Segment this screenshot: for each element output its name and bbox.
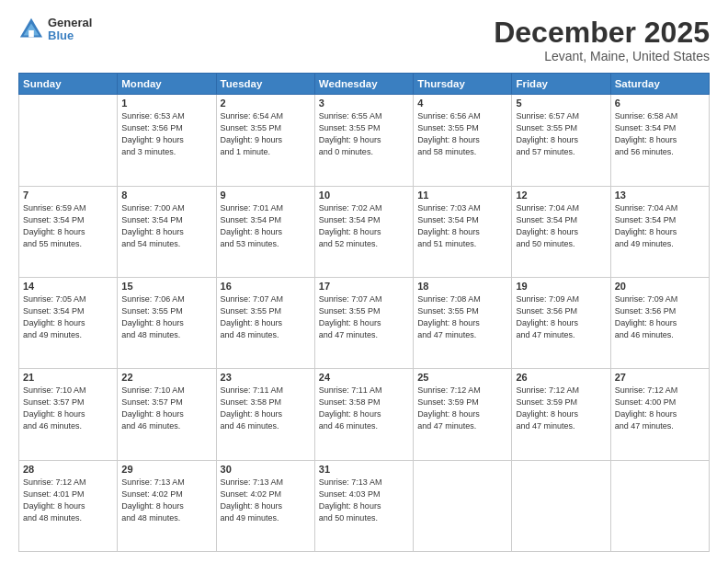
day-number: 22 (121, 372, 211, 383)
day-number: 4 (417, 98, 507, 109)
day-number: 10 (319, 190, 409, 201)
day-number: 19 (516, 281, 606, 292)
day-cell: 5Sunrise: 6:57 AMSunset: 3:55 PMDaylight… (512, 95, 610, 186)
day-info: Sunrise: 7:11 AMSunset: 3:58 PMDaylight:… (221, 385, 311, 432)
day-number: 15 (121, 281, 211, 292)
day-number: 5 (516, 98, 606, 109)
day-cell: 6Sunrise: 6:58 AMSunset: 3:54 PMDaylight… (610, 95, 709, 186)
header: General Blue December 2025 Levant, Maine… (18, 17, 710, 63)
day-info: Sunrise: 7:12 AMSunset: 3:59 PMDaylight:… (516, 385, 606, 432)
col-thursday: Thursday (414, 74, 512, 95)
day-info: Sunrise: 7:00 AMSunset: 3:54 PMDaylight:… (121, 202, 211, 250)
day-cell (19, 95, 118, 186)
day-info: Sunrise: 7:02 AMSunset: 3:54 PMDaylight:… (319, 202, 409, 250)
col-saturday: Saturday (610, 74, 709, 95)
day-cell: 29Sunrise: 7:13 AMSunset: 4:02 PMDayligh… (118, 460, 216, 551)
day-info: Sunrise: 7:13 AMSunset: 4:03 PMDaylight:… (319, 477, 409, 524)
day-number: 8 (121, 190, 211, 201)
day-info: Sunrise: 6:58 AMSunset: 3:54 PMDaylight:… (615, 110, 705, 158)
day-cell: 17Sunrise: 7:07 AMSunset: 3:55 PMDayligh… (314, 277, 413, 368)
day-number: 14 (23, 281, 113, 292)
day-cell: 11Sunrise: 7:03 AMSunset: 3:54 PMDayligh… (414, 186, 512, 277)
day-info: Sunrise: 6:54 AMSunset: 3:55 PMDaylight:… (221, 110, 311, 158)
day-cell: 31Sunrise: 7:13 AMSunset: 4:03 PMDayligh… (314, 460, 413, 551)
day-info: Sunrise: 6:53 AMSunset: 3:56 PMDaylight:… (121, 110, 211, 158)
day-info: Sunrise: 6:55 AMSunset: 3:55 PMDaylight:… (319, 110, 409, 158)
day-cell: 14Sunrise: 7:05 AMSunset: 3:54 PMDayligh… (19, 277, 118, 368)
page: General Blue December 2025 Levant, Maine… (0, 0, 728, 563)
day-number: 16 (221, 281, 311, 292)
week-row-4: 21Sunrise: 7:10 AMSunset: 3:57 PMDayligh… (19, 369, 710, 460)
day-number: 12 (516, 190, 606, 201)
day-info: Sunrise: 7:09 AMSunset: 3:56 PMDaylight:… (516, 293, 606, 341)
logo: General Blue (18, 17, 92, 43)
day-cell: 16Sunrise: 7:07 AMSunset: 3:55 PMDayligh… (216, 277, 314, 368)
day-cell: 12Sunrise: 7:04 AMSunset: 3:54 PMDayligh… (512, 186, 610, 277)
day-cell: 13Sunrise: 7:04 AMSunset: 3:54 PMDayligh… (610, 186, 709, 277)
day-number: 28 (23, 464, 113, 475)
day-number: 18 (417, 281, 507, 292)
day-info: Sunrise: 7:12 AMSunset: 4:00 PMDaylight:… (615, 385, 705, 432)
col-friday: Friday (512, 74, 610, 95)
day-info: Sunrise: 7:12 AMSunset: 3:59 PMDaylight:… (417, 385, 507, 432)
day-info: Sunrise: 7:10 AMSunset: 3:57 PMDaylight:… (121, 385, 211, 432)
day-number: 6 (615, 98, 705, 109)
day-cell: 22Sunrise: 7:10 AMSunset: 3:57 PMDayligh… (118, 369, 216, 460)
day-number: 24 (319, 372, 409, 383)
day-number: 2 (221, 98, 311, 109)
day-cell: 7Sunrise: 6:59 AMSunset: 3:54 PMDaylight… (19, 186, 118, 277)
day-info: Sunrise: 7:08 AMSunset: 3:55 PMDaylight:… (417, 293, 507, 341)
day-cell: 26Sunrise: 7:12 AMSunset: 3:59 PMDayligh… (512, 369, 610, 460)
day-number: 1 (121, 98, 211, 109)
week-row-3: 14Sunrise: 7:05 AMSunset: 3:54 PMDayligh… (19, 277, 710, 368)
header-row: Sunday Monday Tuesday Wednesday Thursday… (19, 74, 710, 95)
day-cell (414, 460, 512, 551)
title-area: December 2025 Levant, Maine, United Stat… (494, 17, 710, 63)
day-cell: 18Sunrise: 7:08 AMSunset: 3:55 PMDayligh… (414, 277, 512, 368)
day-number: 27 (615, 372, 705, 383)
day-info: Sunrise: 7:03 AMSunset: 3:54 PMDaylight:… (417, 202, 507, 250)
logo-text: General Blue (48, 17, 92, 43)
day-info: Sunrise: 6:57 AMSunset: 3:55 PMDaylight:… (516, 110, 606, 158)
col-wednesday: Wednesday (314, 74, 413, 95)
calendar-title: December 2025 (494, 17, 710, 49)
day-number: 9 (221, 190, 311, 201)
day-cell: 20Sunrise: 7:09 AMSunset: 3:56 PMDayligh… (610, 277, 709, 368)
day-number: 26 (516, 372, 606, 383)
day-info: Sunrise: 7:07 AMSunset: 3:55 PMDaylight:… (221, 293, 311, 341)
day-number: 11 (417, 190, 507, 201)
day-info: Sunrise: 7:11 AMSunset: 3:58 PMDaylight:… (319, 385, 409, 432)
day-cell: 1Sunrise: 6:53 AMSunset: 3:56 PMDaylight… (118, 95, 216, 186)
day-cell: 30Sunrise: 7:13 AMSunset: 4:02 PMDayligh… (216, 460, 314, 551)
svg-rect-2 (28, 30, 34, 37)
day-info: Sunrise: 7:07 AMSunset: 3:55 PMDaylight:… (319, 293, 409, 341)
day-cell: 23Sunrise: 7:11 AMSunset: 3:58 PMDayligh… (216, 369, 314, 460)
logo-blue-label: Blue (48, 29, 92, 42)
day-cell: 4Sunrise: 6:56 AMSunset: 3:55 PMDaylight… (414, 95, 512, 186)
day-number: 31 (319, 464, 409, 475)
day-number: 23 (221, 372, 311, 383)
col-sunday: Sunday (19, 74, 118, 95)
day-info: Sunrise: 7:05 AMSunset: 3:54 PMDaylight:… (23, 293, 113, 341)
day-info: Sunrise: 7:01 AMSunset: 3:54 PMDaylight:… (221, 202, 311, 250)
day-cell (512, 460, 610, 551)
col-monday: Monday (118, 74, 216, 95)
day-cell: 27Sunrise: 7:12 AMSunset: 4:00 PMDayligh… (610, 369, 709, 460)
day-info: Sunrise: 7:12 AMSunset: 4:01 PMDaylight:… (23, 477, 113, 524)
day-info: Sunrise: 7:13 AMSunset: 4:02 PMDaylight:… (121, 477, 211, 524)
week-row-5: 28Sunrise: 7:12 AMSunset: 4:01 PMDayligh… (19, 460, 710, 551)
col-tuesday: Tuesday (216, 74, 314, 95)
day-info: Sunrise: 7:06 AMSunset: 3:55 PMDaylight:… (121, 293, 211, 341)
day-info: Sunrise: 7:13 AMSunset: 4:02 PMDaylight:… (221, 477, 311, 524)
day-info: Sunrise: 7:04 AMSunset: 3:54 PMDaylight:… (516, 202, 606, 250)
week-row-2: 7Sunrise: 6:59 AMSunset: 3:54 PMDaylight… (19, 186, 710, 277)
day-info: Sunrise: 6:59 AMSunset: 3:54 PMDaylight:… (23, 202, 113, 250)
day-cell: 25Sunrise: 7:12 AMSunset: 3:59 PMDayligh… (414, 369, 512, 460)
day-number: 21 (23, 372, 113, 383)
day-number: 25 (417, 372, 507, 383)
day-number: 3 (319, 98, 409, 109)
day-cell: 2Sunrise: 6:54 AMSunset: 3:55 PMDaylight… (216, 95, 314, 186)
day-number: 29 (121, 464, 211, 475)
day-number: 17 (319, 281, 409, 292)
day-info: Sunrise: 7:09 AMSunset: 3:56 PMDaylight:… (615, 293, 705, 341)
